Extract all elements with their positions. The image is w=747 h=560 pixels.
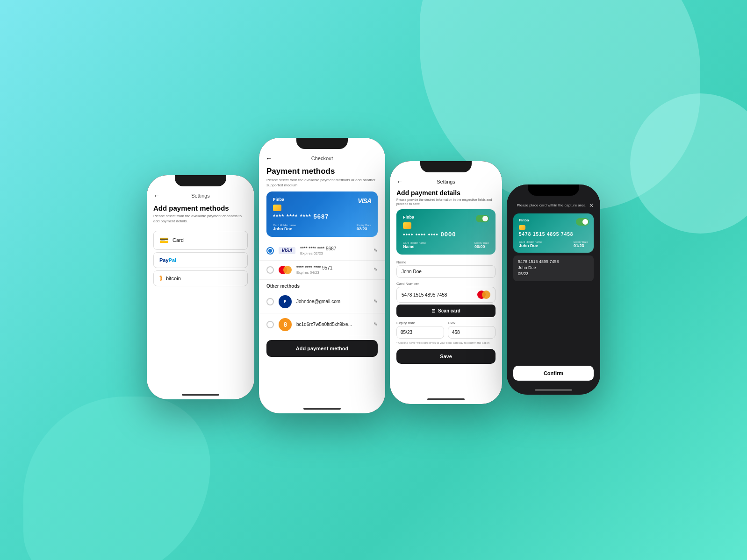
card-option[interactable]: 💳 Card (153, 231, 248, 250)
paypal-info: Johndoe@gmail.com (296, 299, 369, 304)
phone-1: ← Settings Add payment methods Please se… (147, 175, 254, 399)
visa-logo-small: VISA (279, 247, 295, 254)
paypal-icon: P (279, 295, 292, 308)
card-holder-name: John Doe (273, 227, 296, 231)
info-line-2: John Doe (518, 265, 589, 270)
info-line-3: 05/23 (518, 271, 589, 276)
card-info-box: 5478 1515 4895 7458 John Doe 05/23 (513, 255, 594, 281)
card-expiry-val: 02/23 (357, 227, 371, 231)
paypal-radio[interactable] (266, 298, 274, 305)
name-input[interactable]: John Doe (396, 265, 496, 278)
card-details-row-teal: Card Holder name Name Expiry Date 00/00 (403, 241, 489, 249)
mc-number: **** **** **** 9571 (296, 265, 369, 270)
scan-header: Please place card within the capture are… (507, 198, 600, 212)
paypal-option[interactable]: PayPal (153, 252, 248, 268)
payment-item-bitcoin[interactable]: ₿ bc1q6rz7w5n0ftd5xh9lxe... ✎ (259, 313, 385, 336)
payment-item-visa[interactable]: VISA **** **** **** 5687 Expires 02/23 ✎ (259, 241, 385, 261)
bitcoin-radio[interactable] (266, 321, 274, 328)
visa-radio[interactable] (266, 247, 274, 255)
payment-item-mc[interactable]: **** **** **** 9571 Expires 04/23 ✎ (259, 261, 385, 280)
bitcoin-label: bitcoin (166, 276, 181, 281)
mc-expiry: Expires 04/23 (296, 270, 369, 275)
card-expiry-label-teal: Expiry Date (474, 241, 489, 244)
scan-icon: ⊡ (431, 308, 435, 313)
visa-expiry: Expires 02/23 (300, 251, 369, 255)
card-number-teal: •••• •••• •••• 0000 (403, 231, 489, 238)
scan-prompt-text: Please place card within the capture are… (513, 203, 589, 207)
toggle-dot-dark (582, 219, 588, 225)
visa-number: **** **** **** 5687 (300, 246, 369, 251)
mastercard-icon-small (477, 291, 490, 299)
confirm-button[interactable]: Confirm (513, 366, 594, 381)
card-brand: Finba (273, 197, 371, 202)
card-icon: 💳 (159, 236, 169, 245)
cvv-input[interactable]: 458 (448, 326, 496, 339)
back-arrow-icon[interactable]: ← (396, 178, 403, 185)
phone1-header: ← Settings (147, 189, 254, 200)
phone1-heading: Add payment methods (147, 200, 254, 213)
mastercard-icon (279, 266, 292, 274)
card-toggle-dark[interactable] (576, 218, 589, 226)
phone2-heading: Payment methods (259, 163, 385, 177)
card-toggle[interactable] (476, 215, 489, 222)
phone3-title: Settings (437, 179, 455, 184)
scan-card-label: Scan card (438, 308, 460, 313)
card-number-value: 5478 1515 4895 7458 (402, 292, 447, 298)
notch (175, 175, 226, 186)
card-details-row: Card Holder name John Doe Expiry Date 02… (273, 224, 371, 231)
edit-icon-paypal[interactable]: ✎ (374, 298, 378, 305)
edit-icon-bitcoin[interactable]: ✎ (374, 321, 378, 327)
bitcoin-option[interactable]: ₿ bitcoin (153, 270, 248, 286)
expiry-input[interactable]: 05/23 (396, 326, 444, 339)
paypal-email: Johndoe@gmail.com (296, 299, 369, 304)
payment-item-paypal[interactable]: P Johndoe@gmail.com ✎ (259, 291, 385, 313)
mc-radio[interactable] (266, 266, 274, 274)
paypal-logo: PayPal (159, 257, 176, 263)
save-button[interactable]: Save (396, 349, 496, 364)
card-chip (273, 205, 281, 211)
expiry-label-dark: Expiry Date (574, 241, 588, 243)
scan-card-button[interactable]: ⊡ Scan card (396, 305, 496, 317)
phones-container: ← Settings Add payment methods Please se… (147, 138, 600, 423)
card-number: **** **** **** 5687 (273, 213, 371, 220)
notch (528, 184, 579, 196)
phone3-header: ← Settings (390, 175, 502, 186)
phone2-title: Checkout (311, 156, 333, 161)
notch (296, 138, 348, 149)
expiry-val-dark: 01/23 (574, 243, 588, 248)
home-indicator (303, 408, 341, 410)
edit-icon[interactable]: ✎ (374, 248, 378, 254)
phone3-subtext: Please provide the desired information i… (390, 198, 502, 210)
phone-2: ← Checkout Payment methods Please select… (259, 138, 385, 413)
other-methods-label: Other methods (259, 280, 385, 291)
bitcoin-info: bc1q6rz7w5n0ftd5xh9lxe... (296, 322, 369, 327)
close-icon[interactable]: ✕ (589, 202, 594, 209)
expiry-label: Expiry date (396, 319, 444, 326)
edit-icon-mc[interactable]: ✎ (374, 267, 378, 273)
card-number-label: Card Number (390, 280, 502, 287)
phone4-screen: Please place card within the capture are… (507, 184, 600, 395)
card-holder-label: Card Holder name (273, 224, 296, 227)
phone3-heading: Add payment details (390, 186, 502, 198)
phone2-screen: ← Checkout Payment methods Please select… (259, 138, 385, 413)
card-chip-teal (403, 222, 411, 229)
holder-label-dark: Card Holder name (519, 241, 542, 243)
holder-name-dark: John Doe (519, 243, 542, 248)
disclaimer-text: * Clicking 'save' will redirect you to y… (390, 340, 502, 346)
phone-4: Please place card within the capture are… (507, 184, 600, 395)
phone1-subtext: Please select from the available payment… (147, 213, 254, 228)
card-number-input[interactable]: 5478 1515 4895 7458 (396, 287, 496, 303)
info-line-1: 5478 1515 4895 7458 (518, 259, 589, 264)
visa-logo: VISA (358, 197, 371, 205)
add-payment-button[interactable]: Add payment method (266, 340, 378, 357)
phone2-header: ← Checkout (259, 152, 385, 163)
card-visual: Finba **** **** **** 5687 Card Holder na… (266, 191, 378, 237)
card-chip-dark (519, 225, 525, 230)
back-arrow-icon[interactable]: ← (153, 192, 160, 199)
phone1-screen: ← Settings Add payment methods Please se… (147, 175, 254, 399)
name-value: John Doe (402, 269, 422, 274)
phone2-subtext: Please select from the available payment… (259, 177, 385, 191)
notch (420, 161, 472, 172)
back-arrow-icon[interactable]: ← (266, 155, 272, 162)
phone3-screen: ← Settings Add payment details Please pr… (390, 161, 502, 404)
